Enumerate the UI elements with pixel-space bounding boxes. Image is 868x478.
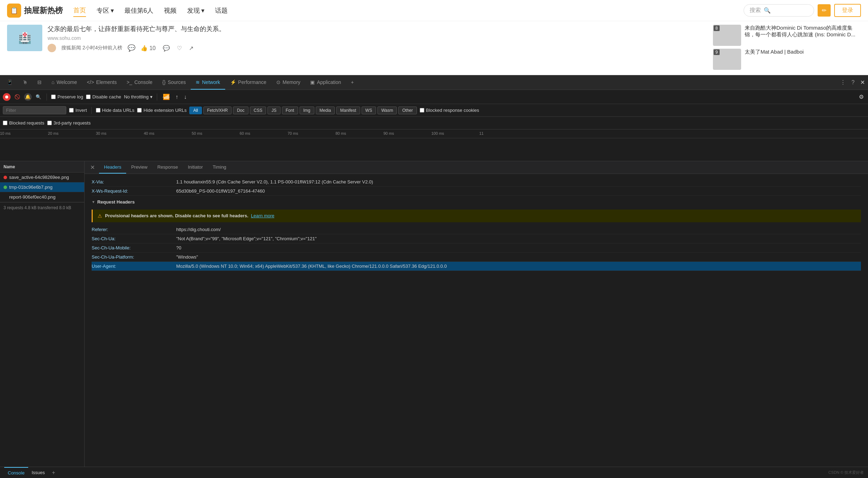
filter-input[interactable] — [3, 106, 66, 114]
timeline-tick-7: 80 ms — [335, 131, 346, 135]
tab-elements[interactable]: </> Elements — [82, 75, 122, 90]
request-headers-section[interactable]: ▼ Request Headers — [92, 196, 861, 207]
detail-close-btn[interactable]: ✕ — [87, 164, 98, 171]
settings-icon[interactable]: ⚙ — [857, 93, 865, 100]
disable-cache-input[interactable] — [86, 95, 91, 99]
logo[interactable]: 📋 抽屉新热榜 — [7, 4, 63, 18]
filter-btn-css[interactable]: CSS — [250, 107, 266, 114]
filter-btn-media[interactable]: Media — [316, 107, 335, 114]
request-item-0[interactable]: save_active-64c98269ee.png — [0, 173, 84, 182]
filter-btn-other[interactable]: Other — [398, 107, 417, 114]
blocked-requests-input[interactable] — [3, 121, 7, 125]
bottom-tab-issues[interactable]: Issues — [28, 467, 49, 478]
tab-inspect[interactable]: 🖱 — [18, 75, 32, 90]
tab-memory[interactable]: ⊙ Memory — [271, 75, 306, 90]
preserve-log-input[interactable] — [51, 95, 56, 99]
more-icon[interactable]: ⋮ — [839, 78, 847, 87]
timeline-tick-1: 20 ms — [48, 131, 59, 135]
filter-btn-fetch/xhr[interactable]: Fetch/XHR — [203, 107, 232, 114]
performance-icon: ⚡ — [230, 79, 236, 85]
tab-sources-label: Sources — [168, 79, 186, 85]
filter-btn-ws[interactable]: WS — [362, 107, 376, 114]
nav-topic[interactable]: 话题 — [215, 5, 228, 17]
detail-tab-preview[interactable]: Preview — [126, 161, 152, 174]
network-toolbar: ⏺ 🚫 🔔 🔍 Preserve log Disable cache No th… — [0, 90, 868, 104]
hide-extension-urls-checkbox[interactable]: Hide extension URLs — [137, 108, 186, 113]
devtools-panel: 📱 🖱 ⊟ ⌂ Welcome </> Elements >_ Console … — [0, 75, 868, 478]
heart-btn[interactable]: ♡ — [177, 45, 182, 52]
nav-home[interactable]: 首页 — [73, 4, 86, 17]
tab-console-top[interactable]: ⊟ — [32, 75, 47, 90]
clear-button[interactable]: 🚫 — [13, 93, 21, 101]
bottom-tab-console[interactable]: Console — [4, 467, 28, 478]
device-icon: 📱 — [7, 79, 13, 85]
requests-panel: Name save_active-64c98269ee.pngtmp-01bc9… — [0, 161, 85, 467]
timeline-tick-3: 40 ms — [144, 131, 154, 135]
nav-video[interactable]: 视频 — [164, 5, 177, 17]
hide-data-urls-checkbox[interactable]: Hide data URLs — [96, 108, 135, 113]
header-name-0: X-Via: — [92, 179, 176, 184]
filter-btn-all[interactable]: All — [189, 107, 202, 114]
search-button[interactable]: 🔍 — [35, 93, 42, 101]
throttle-dropdown[interactable]: No throttling ▾ — [124, 94, 153, 99]
login-button[interactable]: 登录 — [834, 4, 861, 17]
request-item-1[interactable]: tmp-01bc96e6b7.png — [0, 182, 84, 192]
disable-cache-label: Disable cache — [92, 94, 121, 99]
filter-btn-js[interactable]: JS — [267, 107, 280, 114]
nav-discover[interactable]: 发现 ▾ — [187, 6, 204, 15]
third-party-input[interactable] — [47, 121, 52, 125]
like-btn[interactable]: 👍 10 — [141, 45, 155, 52]
filter-btn-img[interactable]: Img — [300, 107, 314, 114]
filter-btn-manifest[interactable]: Manifest — [336, 107, 360, 114]
req-header-value-3: "Windows" — [176, 254, 198, 260]
edit-button[interactable]: ✏ — [818, 4, 831, 17]
tab-application[interactable]: ▣ Application — [305, 75, 346, 90]
record-button[interactable]: ⏺ — [3, 93, 11, 101]
help-icon[interactable]: ? — [850, 78, 856, 87]
tab-network-label: Network — [202, 79, 220, 85]
blocked-response-cookies-checkbox[interactable]: Blocked response cookies — [420, 108, 479, 113]
inspect-icon: 🖱 — [23, 79, 27, 85]
filter-btn-wasm[interactable]: Wasm — [377, 107, 397, 114]
blocked-cookies-input[interactable] — [420, 108, 424, 113]
author-avatar — [48, 44, 56, 52]
detail-tab-timing[interactable]: Timing — [208, 161, 232, 174]
tab-performance[interactable]: ⚡ Performance — [225, 75, 271, 90]
search-placeholder: 搜索 — [750, 7, 761, 14]
tab-sources[interactable]: {} Sources — [158, 75, 191, 90]
invert-checkbox[interactable]: Invert — [69, 108, 87, 113]
invert-label: Invert — [75, 108, 87, 113]
nav-zone[interactable]: 专区 ▾ — [97, 6, 114, 15]
detail-tab-initiator[interactable]: Initiator — [183, 161, 208, 174]
filter-btn-font[interactable]: Font — [282, 107, 298, 114]
tab-add[interactable]: + — [346, 75, 359, 90]
invert-input[interactable] — [69, 108, 74, 113]
blocked-requests-checkbox[interactable]: Blocked requests — [3, 120, 44, 126]
detail-tab-response[interactable]: Response — [152, 161, 183, 174]
nav-best6[interactable]: 最佳第6人 — [124, 5, 153, 17]
add-bottom-tab[interactable]: + — [52, 470, 55, 476]
warning-text: Provisional headers are shown. Disable c… — [105, 213, 275, 218]
preserve-log-checkbox[interactable]: Preserve log — [51, 94, 83, 99]
tab-welcome[interactable]: ⌂ Welcome — [47, 75, 82, 90]
devtools-close-icon[interactable]: ✕ — [859, 78, 866, 87]
hide-data-urls-input[interactable] — [96, 108, 100, 113]
notification-button[interactable]: 🔔 — [24, 93, 32, 101]
download-icon[interactable]: ↓ — [183, 94, 188, 100]
filter-btn-doc[interactable]: Doc — [233, 107, 248, 114]
learn-more-link[interactable]: Learn more — [251, 213, 274, 218]
share-btn[interactable]: ↗ — [189, 45, 193, 52]
hide-ext-urls-input[interactable] — [137, 108, 142, 113]
upload-icon[interactable]: ↑ — [174, 94, 180, 100]
search-box[interactable]: 搜索 🔍 — [744, 4, 814, 17]
request-item-2[interactable]: report-906ef0ec40.png — [0, 192, 84, 202]
disable-cache-checkbox[interactable]: Disable cache — [86, 94, 121, 99]
comment-btn[interactable]: 💬 — [163, 45, 170, 52]
tab-console[interactable]: >_ Console — [122, 75, 157, 90]
detail-tab-headers[interactable]: Headers — [99, 161, 126, 174]
third-party-requests-checkbox[interactable]: 3rd-party requests — [47, 120, 91, 126]
right-thumb-8: 8 — [713, 25, 741, 46]
wifi-off-icon[interactable]: 📶 — [161, 93, 171, 100]
tab-network[interactable]: ≋ Network — [191, 75, 225, 90]
tab-device-toolbar[interactable]: 📱 — [2, 75, 18, 90]
